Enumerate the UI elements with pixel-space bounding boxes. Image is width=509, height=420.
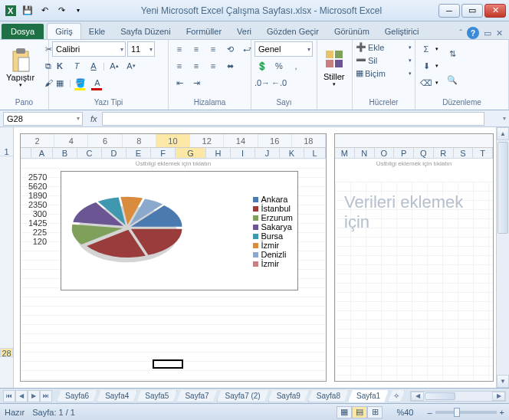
sheet-tab-active[interactable]: Sayfa1 bbox=[348, 390, 389, 402]
tab-pagelayout[interactable]: Sayfa Düzeni bbox=[113, 24, 178, 39]
name-box[interactable]: G28 bbox=[3, 112, 83, 126]
find-select-icon[interactable]: 🔍 bbox=[445, 67, 460, 92]
currency-icon[interactable]: 💲 bbox=[254, 58, 270, 74]
vertical-scrollbar[interactable]: ▲ ▼ bbox=[496, 127, 509, 388]
col-header[interactable]: L bbox=[304, 148, 326, 159]
col-header[interactable]: N bbox=[355, 148, 375, 159]
maximize-button[interactable]: ▭ bbox=[461, 4, 483, 18]
tab-data[interactable]: Veri bbox=[229, 24, 259, 39]
minimize-button[interactable]: ─ bbox=[438, 4, 460, 18]
sort-filter-icon[interactable]: ⇅ bbox=[445, 41, 460, 66]
next-sheet-icon[interactable]: ▶ bbox=[28, 390, 40, 402]
formula-expand-icon[interactable]: ▾ bbox=[500, 115, 509, 122]
horizontal-scrollbar[interactable]: ◀ ▶ bbox=[410, 391, 506, 402]
align-right-icon[interactable]: ≡ bbox=[205, 58, 221, 74]
insert-cells-button[interactable]: ➕Ekle▾ bbox=[356, 42, 412, 52]
row-header[interactable]: 1 bbox=[0, 147, 13, 156]
scroll-right-icon[interactable]: ▶ bbox=[492, 392, 505, 401]
increase-indent-icon[interactable]: ⇥ bbox=[189, 75, 204, 90]
merge-icon[interactable]: ⬌ bbox=[222, 58, 238, 74]
close-button[interactable]: ✕ bbox=[484, 4, 506, 18]
percent-icon[interactable]: % bbox=[271, 58, 287, 74]
clear-icon[interactable]: ⌫ bbox=[419, 75, 434, 90]
col-header-selected[interactable]: G bbox=[176, 148, 206, 159]
col-header[interactable]: C bbox=[77, 148, 102, 159]
qat-customize-icon[interactable]: ▾ bbox=[71, 3, 86, 18]
align-middle-icon[interactable]: ≡ bbox=[189, 41, 204, 57]
tab-developer[interactable]: Geliştirici bbox=[377, 24, 427, 39]
delete-cells-button[interactable]: ➖Sil▾ bbox=[356, 55, 412, 65]
sheet-tab[interactable]: Sayfa6 bbox=[57, 390, 97, 402]
col-header[interactable]: M bbox=[335, 148, 355, 159]
increase-font-icon[interactable]: A▴ bbox=[107, 58, 122, 74]
col-header[interactable]: R bbox=[434, 148, 454, 159]
active-cell[interactable] bbox=[153, 359, 183, 369]
page-header-area[interactable]: Üstbilgi eklemek için tıklatın bbox=[21, 160, 326, 167]
col-header[interactable]: I bbox=[231, 148, 255, 159]
mdi-close-icon[interactable]: ✕ bbox=[496, 28, 503, 38]
page-header-area[interactable]: Üstbilgi eklemek için tıklatın bbox=[335, 160, 493, 167]
tab-home[interactable]: Giriş bbox=[47, 23, 81, 39]
font-color-icon[interactable]: A bbox=[90, 75, 105, 90]
add-data-watermark[interactable]: Verileri eklemek için bbox=[344, 192, 493, 232]
fx-icon[interactable]: fx bbox=[86, 114, 102, 123]
paste-button[interactable]: Yapıştır ▾ bbox=[3, 41, 38, 95]
scroll-thumb[interactable] bbox=[425, 392, 455, 400]
number-format-combo[interactable]: Genel bbox=[254, 41, 313, 57]
tab-view[interactable]: Görünüm bbox=[327, 24, 377, 39]
window-restore-icon[interactable]: ▭ bbox=[484, 28, 491, 38]
normal-view-icon[interactable]: ▦ bbox=[337, 406, 352, 418]
col-header[interactable]: E bbox=[126, 148, 151, 159]
formula-input[interactable] bbox=[102, 112, 484, 126]
increase-decimal-icon[interactable]: .0→ bbox=[254, 75, 270, 90]
align-center-icon[interactable]: ≡ bbox=[189, 58, 204, 74]
autosum-icon[interactable]: Σ bbox=[419, 41, 434, 57]
align-bottom-icon[interactable]: ≡ bbox=[205, 41, 221, 57]
col-header[interactable]: O bbox=[375, 148, 395, 159]
tab-formulas[interactable]: Formüller bbox=[179, 24, 229, 39]
sheet-tab[interactable]: Sayfa4 bbox=[97, 390, 137, 402]
first-sheet-icon[interactable]: ⏮ bbox=[3, 390, 15, 402]
decrease-decimal-icon[interactable]: ←.0 bbox=[271, 75, 287, 90]
col-header[interactable]: T bbox=[473, 148, 493, 159]
align-top-icon[interactable]: ≡ bbox=[172, 41, 187, 57]
sheet-tab[interactable]: Sayfa5 bbox=[136, 390, 177, 402]
scroll-thumb[interactable] bbox=[498, 142, 508, 234]
col-header[interactable]: J bbox=[255, 148, 280, 159]
sheet-tab[interactable]: Sayfa7 bbox=[176, 390, 217, 402]
col-header[interactable]: Q bbox=[414, 148, 434, 159]
save-icon[interactable]: 💾 bbox=[20, 3, 35, 18]
fill-icon[interactable]: ⬇ bbox=[419, 58, 434, 74]
styles-button[interactable]: Stiller ▾ bbox=[320, 41, 348, 95]
page-layout-view-icon[interactable]: ▤ bbox=[352, 406, 367, 418]
col-header[interactable]: P bbox=[394, 148, 414, 159]
col-header[interactable]: F bbox=[151, 148, 176, 159]
zoom-in-icon[interactable]: + bbox=[500, 408, 504, 417]
col-header[interactable]: A bbox=[31, 148, 53, 159]
bold-button[interactable]: K bbox=[52, 58, 67, 74]
sheet-tab[interactable]: Sayfa9 bbox=[268, 390, 309, 402]
fill-color-icon[interactable]: 🪣 bbox=[73, 75, 88, 90]
last-sheet-icon[interactable]: ⏭ bbox=[40, 390, 52, 402]
font-size-combo[interactable]: 11 bbox=[127, 41, 155, 57]
row-header-selected[interactable]: 28 bbox=[0, 348, 13, 357]
page-break-view-icon[interactable]: ⊞ bbox=[367, 406, 383, 418]
grid[interactable]: Üstbilgi eklemek için tıklatın 257056201… bbox=[21, 159, 326, 381]
minimize-ribbon-icon[interactable]: ˆ bbox=[459, 28, 462, 38]
zoom-out-icon[interactable]: – bbox=[427, 408, 432, 417]
col-header[interactable]: K bbox=[280, 148, 304, 159]
underline-button[interactable]: A bbox=[86, 58, 101, 74]
decrease-indent-icon[interactable]: ⇤ bbox=[172, 75, 187, 90]
help-icon[interactable]: ? bbox=[467, 27, 479, 39]
zoom-slider[interactable] bbox=[435, 411, 497, 414]
borders-icon[interactable]: ▦ bbox=[52, 75, 67, 90]
undo-icon[interactable]: ↶ bbox=[37, 3, 52, 18]
comma-icon[interactable]: , bbox=[288, 58, 304, 74]
sheet-tab[interactable]: Sayfa8 bbox=[308, 390, 349, 402]
align-left-icon[interactable]: ≡ bbox=[172, 58, 187, 74]
col-header[interactable]: H bbox=[206, 148, 231, 159]
tab-file[interactable]: Dosya bbox=[2, 24, 44, 39]
tab-insert[interactable]: Ekle bbox=[81, 24, 113, 39]
font-name-combo[interactable]: Calibri bbox=[52, 41, 126, 57]
col-header[interactable]: D bbox=[102, 148, 126, 159]
